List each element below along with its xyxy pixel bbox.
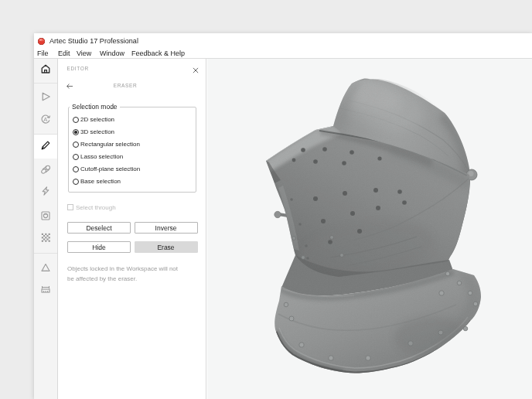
svg-text:A: A [43, 115, 47, 122]
